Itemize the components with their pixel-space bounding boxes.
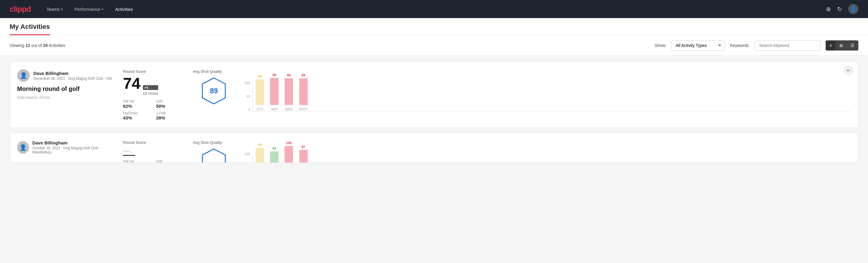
score-value: 74 (123, 76, 141, 91)
card-chart: 100 50 0 85 OTT 90 APP (245, 69, 851, 111)
view-compact-button[interactable]: ☰ (847, 40, 858, 50)
gir-group: GIR 50% (156, 99, 183, 109)
bar-putt-2 (299, 150, 308, 163)
card-chart-2: 100 50 0 94 OTT 82 APP (245, 140, 851, 163)
nav-teams-label: Teams (46, 7, 60, 12)
hexagon: 89 (202, 77, 226, 105)
add-icon[interactable]: ⊕ (826, 5, 831, 12)
updown-label: Up/Down (123, 111, 150, 115)
updown-group: Up/Down 43% (123, 111, 150, 120)
search-input[interactable] (754, 40, 821, 51)
bar-arg (284, 78, 293, 105)
logo: clippd (10, 4, 31, 14)
bar-value-app: 90 (273, 73, 276, 77)
round-score-row-2: — (123, 147, 183, 156)
score-holes: 18 Holes (143, 91, 158, 96)
edit-button[interactable]: ✏ (844, 66, 853, 75)
nav-activities[interactable]: Activities (114, 1, 134, 18)
bar-putt (299, 78, 308, 105)
nav-performance-label: Performance (74, 7, 100, 12)
bar-group-putt-2: 87 PUTT (299, 145, 308, 163)
chart-y-labels-2: 100 50 0 (245, 152, 252, 163)
nav-teams[interactable]: Teams ▾ (45, 1, 64, 18)
user-info-2: 👤 Dave Billingham October 16, 2021 · Gog… (17, 140, 114, 154)
person-icon: 👤 (850, 6, 857, 12)
user-info: 👤 Dave Billingham December 05, 2021 · Go… (17, 69, 114, 82)
user-date: December 05, 2021 · Gog Magog Golf Club … (33, 77, 112, 81)
updown-value: 43% (123, 115, 150, 120)
data-source: Data Source: Arccos (17, 95, 114, 99)
mini-stats-2: FW Hit 43% GIR 56% (123, 159, 183, 163)
bar-label-ott: OTT (256, 108, 263, 111)
activity-card: ✏ 👤 Dave Billingham December 05, 2021 · … (10, 62, 858, 128)
page-title: My Activities (10, 23, 50, 35)
bar-value-ott: 85 (258, 75, 262, 78)
bar-app (270, 78, 279, 105)
card-left: 👤 Dave Billingham December 05, 2021 · Go… (17, 69, 114, 99)
fw-hit-label-2: FW Hit (123, 159, 150, 163)
gridline (253, 96, 851, 96)
round-score-label-2: Round Score (123, 140, 183, 145)
nav-performance[interactable]: Performance ▾ (73, 1, 104, 18)
person-icon: 👤 (20, 72, 27, 79)
nav-activities-label: Activities (115, 7, 133, 12)
fw-hit-label: FW Hit (123, 99, 150, 104)
bar-group-putt: 89 PUTT (299, 74, 308, 111)
user-avatar-nav[interactable]: 👤 (848, 4, 858, 14)
round-score-row: 74 +4 18 Holes (123, 76, 183, 96)
activity-title: Morning round of golf (17, 85, 114, 92)
toolbar-right: Show: All Activity Types Keywords: ≡ ⊞ ☰ (655, 40, 858, 51)
bar-value-arg: 89 (287, 74, 290, 77)
activity-card-2: 👤 Dave Billingham October 16, 2021 · Gog… (10, 133, 858, 163)
hexagon-container-2 (193, 148, 235, 163)
keywords-label: Keywords: (730, 43, 749, 48)
svg-marker-1 (203, 149, 225, 163)
bar-group-app-2: 82 APP (270, 147, 279, 163)
user-date-2: October 16, 2021 · Gog Magog Golf Club -… (32, 146, 114, 154)
chart-y-labels: 100 50 0 (245, 81, 252, 111)
person-icon: 👤 (19, 144, 27, 151)
bar-value-putt: 89 (302, 74, 305, 77)
bar-group-ott-2: 94 OTT (256, 143, 264, 163)
chevron-down-icon: ▾ (102, 7, 103, 11)
bar-ott-2 (256, 148, 264, 163)
chevron-down-icon: ▾ (61, 7, 63, 11)
card-stats: Round Score 74 +4 18 Holes FW Hit 62% GI… (123, 69, 183, 120)
show-label: Show: (655, 43, 666, 48)
activity-type-select[interactable]: All Activity Types (671, 40, 725, 51)
card-quality: Avg Shot Quality 89 (193, 69, 235, 105)
user-name-2: Dave Billingham (32, 140, 114, 145)
bar-app-2 (270, 151, 279, 163)
round-score-label: Round Score (123, 69, 183, 74)
view-grid-button[interactable]: ⊞ (836, 40, 847, 50)
view-list-button[interactable]: ≡ (826, 40, 836, 50)
bar-ott (256, 80, 264, 105)
fw-hit-group-2: FW Hit 43% (123, 159, 150, 163)
fw-hit-group: FW Hit 62% (123, 99, 150, 109)
navbar-right: ⊕ ↻ 👤 (826, 4, 858, 14)
bar-group-arg: 89 ARG (284, 74, 293, 111)
avatar: 👤 (17, 69, 30, 82)
chart-bars-area-2: 94 OTT 82 APP 106 ARG 8 (252, 152, 851, 163)
bar-value-ott-2: 94 (258, 143, 262, 147)
activities-list: ✏ 👤 Dave Billingham December 05, 2021 · … (0, 56, 868, 169)
bar-value-arg-2: 106 (286, 141, 291, 145)
one-putt-label: 1 Putt (156, 111, 183, 115)
toolbar: Viewing 12 out of 29 Activities Show: Al… (0, 35, 868, 56)
bar-label-app: APP (271, 108, 278, 111)
fw-hit-value: 62% (123, 104, 150, 109)
gir-label-2: GIR (156, 159, 183, 163)
hexagon-value: 89 (210, 87, 218, 95)
user-details: Dave Billingham December 05, 2021 · Gog … (33, 71, 112, 81)
bar-label-arg: ARG (285, 108, 292, 111)
chart-bars-area: 85 OTT 90 APP 89 ARG 89 (252, 81, 851, 111)
user-details-2: Dave Billingham October 16, 2021 · Gog M… (32, 140, 114, 154)
score-badge: +4 (143, 85, 158, 90)
refresh-icon[interactable]: ↻ (837, 5, 842, 12)
score-details: +4 18 Holes (143, 85, 158, 96)
user-name: Dave Billingham (33, 71, 112, 76)
bar-value-putt-2: 87 (302, 145, 305, 149)
card-quality-2: Avg Shot Quality (193, 140, 235, 163)
card-left-2: 👤 Dave Billingham October 16, 2021 · Gog… (17, 140, 114, 158)
avg-quality-label: Avg Shot Quality (193, 69, 222, 74)
